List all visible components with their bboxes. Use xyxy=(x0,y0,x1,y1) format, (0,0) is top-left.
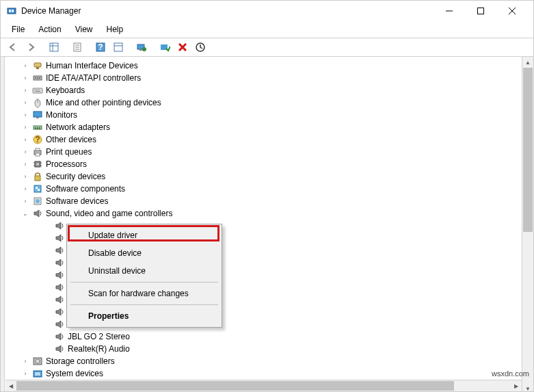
scroll-down-arrow[interactable]: ▼ xyxy=(522,383,533,392)
device-category[interactable]: ›Mice and other pointing devices xyxy=(5,96,522,109)
svg-rect-48 xyxy=(36,153,40,156)
svg-rect-35 xyxy=(35,91,40,92)
show-hide-tree-button[interactable] xyxy=(46,40,62,55)
chevron-right-icon[interactable] xyxy=(43,345,51,353)
chevron-right-icon[interactable]: › xyxy=(21,62,29,70)
security-icon xyxy=(32,171,43,182)
device-category[interactable]: ›Print queues xyxy=(5,146,522,158)
chevron-right-icon[interactable]: › xyxy=(21,123,29,131)
sound-icon xyxy=(54,282,65,293)
svg-rect-50 xyxy=(36,163,39,166)
chevron-right-icon[interactable] xyxy=(43,271,51,279)
action-button[interactable] xyxy=(110,40,126,55)
tree-item-label: Software components xyxy=(46,184,125,194)
minimize-button[interactable] xyxy=(433,1,465,21)
tree-item-label: Realtek(R) Audio xyxy=(68,344,130,354)
chevron-right-icon[interactable]: › xyxy=(21,111,29,119)
swc-icon xyxy=(32,183,43,194)
chevron-right-icon[interactable]: › xyxy=(21,135,29,144)
enable-button[interactable] xyxy=(157,40,173,55)
menu-action[interactable]: Action xyxy=(33,23,66,36)
svg-rect-41 xyxy=(35,127,36,129)
ctx-scan-hardware[interactable]: Scan for hardware changes xyxy=(69,285,219,302)
ctx-disable-device[interactable]: Disable device xyxy=(69,244,219,262)
hscroll-thumb[interactable] xyxy=(16,381,454,391)
chevron-down-icon[interactable]: ⌄ xyxy=(21,209,29,218)
vertical-scrollbar[interactable]: ▲ ▼ xyxy=(522,57,533,392)
device-category[interactable]: ›Keyboards xyxy=(5,84,522,96)
chevron-right-icon[interactable] xyxy=(43,283,51,291)
svg-rect-38 xyxy=(34,112,42,117)
chevron-right-icon[interactable] xyxy=(43,222,51,230)
device-category[interactable]: ›Software components xyxy=(5,183,522,195)
chevron-right-icon[interactable] xyxy=(43,320,51,328)
chevron-right-icon[interactable]: › xyxy=(21,160,29,168)
chevron-right-icon[interactable]: › xyxy=(21,74,29,82)
scroll-right-arrow[interactable]: ▶ xyxy=(511,380,522,391)
device-item[interactable]: Realtek(R) Audio xyxy=(5,343,522,355)
device-item[interactable]: JBL GO 2 Stereo xyxy=(5,330,522,343)
device-category[interactable]: ›Human Interface Devices xyxy=(5,60,522,72)
scan-hardware-button[interactable] xyxy=(192,40,209,55)
sound-icon xyxy=(54,343,65,354)
menu-help[interactable]: Help xyxy=(101,23,129,36)
tree-item-label: Monitors xyxy=(46,110,77,120)
scroll-up-arrow[interactable]: ▲ xyxy=(522,57,533,68)
chevron-right-icon[interactable] xyxy=(43,332,51,341)
chevron-right-icon[interactable]: › xyxy=(21,369,29,378)
maximize-button[interactable] xyxy=(465,1,496,21)
device-category[interactable]: ›IDE ATA/ATAPI controllers xyxy=(5,72,522,84)
net-icon xyxy=(32,122,43,133)
device-category[interactable]: ›System devices xyxy=(5,367,522,380)
svg-rect-64 xyxy=(35,372,40,376)
device-category[interactable]: ›Processors xyxy=(5,158,522,170)
chevron-right-icon[interactable] xyxy=(43,259,51,267)
horizontal-scrollbar[interactable]: ◀ ▶ xyxy=(5,380,522,391)
uninstall-button[interactable] xyxy=(174,40,191,55)
tree-item-label: JBL GO 2 Stereo xyxy=(68,332,130,341)
forward-button[interactable] xyxy=(23,40,39,55)
ctx-properties[interactable]: Properties xyxy=(69,307,219,325)
svg-rect-1 xyxy=(9,10,11,12)
ctx-update-driver[interactable]: Update driver xyxy=(69,226,219,244)
svg-rect-16 xyxy=(114,43,122,51)
properties-button[interactable] xyxy=(69,40,85,55)
device-category[interactable]: ›?Other devices xyxy=(5,133,522,146)
chevron-right-icon[interactable]: › xyxy=(21,86,29,94)
help-button[interactable]: ? xyxy=(92,40,109,55)
tree-item-label: Mice and other pointing devices xyxy=(46,98,161,107)
device-category[interactable]: ›Storage controllers xyxy=(5,355,522,367)
menu-file[interactable]: File xyxy=(6,23,30,36)
device-category[interactable]: ›Security devices xyxy=(5,170,522,183)
update-driver-button[interactable] xyxy=(133,40,150,55)
svg-rect-55 xyxy=(35,176,40,181)
menu-view[interactable]: View xyxy=(70,23,98,36)
device-category[interactable]: ›Network adapters xyxy=(5,121,522,133)
device-category[interactable]: ›Monitors xyxy=(5,109,522,121)
chevron-right-icon[interactable]: › xyxy=(21,172,29,181)
ctx-separator xyxy=(70,304,218,305)
chevron-right-icon[interactable] xyxy=(43,296,51,304)
chevron-right-icon[interactable]: › xyxy=(21,185,29,193)
chevron-right-icon[interactable]: › xyxy=(21,99,29,107)
chevron-right-icon[interactable]: › xyxy=(21,197,29,205)
chevron-right-icon[interactable] xyxy=(43,234,51,242)
titlebar: Device Manager xyxy=(1,1,533,21)
app-icon xyxy=(6,5,17,16)
ctx-uninstall-device[interactable]: Uninstall device xyxy=(69,262,219,280)
scroll-left-arrow[interactable]: ◀ xyxy=(5,380,16,391)
svg-rect-34 xyxy=(38,90,40,90)
back-button[interactable] xyxy=(5,40,21,55)
scroll-thumb[interactable] xyxy=(523,68,533,232)
close-button[interactable] xyxy=(496,1,528,21)
chevron-right-icon[interactable] xyxy=(43,246,51,254)
chevron-right-icon[interactable]: › xyxy=(21,148,29,156)
device-category[interactable]: ⌄Sound, video and game controllers xyxy=(5,207,522,220)
chevron-right-icon[interactable]: › xyxy=(21,357,29,365)
cpu-icon xyxy=(32,159,43,170)
svg-rect-26 xyxy=(36,67,39,69)
svg-point-60 xyxy=(36,199,40,203)
chevron-right-icon[interactable] xyxy=(43,308,51,316)
svg-rect-32 xyxy=(34,90,36,90)
device-category[interactable]: ›Software devices xyxy=(5,195,522,207)
